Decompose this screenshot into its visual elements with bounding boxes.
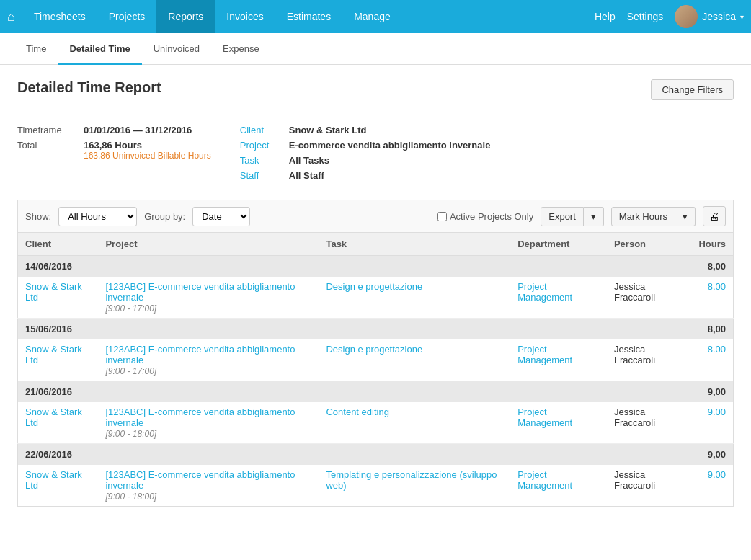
client-link[interactable]: Snow & Stark Ltd xyxy=(25,406,82,428)
page-title: Detailed Time Report xyxy=(17,79,161,96)
group-row: 15/06/2016 8,00 xyxy=(18,319,734,340)
tab-detailed-time[interactable]: Detailed Time xyxy=(58,33,141,65)
meta-right: Client Snow & Stark Ltd Project E-commer… xyxy=(240,125,491,185)
project-value: E-commerce vendita abbigliamento inverna… xyxy=(289,140,491,151)
hours-link[interactable]: 9.00 xyxy=(708,469,726,480)
time-note: [9:00 - 18:00] xyxy=(105,492,156,502)
cell-project: [123ABC] E-commerce vendita abbigliament… xyxy=(98,402,319,444)
client-label: Client xyxy=(240,125,283,135)
cell-person: Jessica Fraccaroli xyxy=(607,339,691,381)
nav-help[interactable]: Help xyxy=(595,11,616,22)
mark-hours-caret-icon: ▾ xyxy=(683,211,688,222)
group-by-select[interactable]: Date Project Task Person xyxy=(192,207,250,226)
cell-project: [123ABC] E-commerce vendita abbigliament… xyxy=(98,277,319,319)
group-total-hours: 8,00 xyxy=(691,319,733,340)
task-link[interactable]: Templating e personalizzazione (sviluppo… xyxy=(326,469,497,491)
timeframe-value: 01/01/2016 — 31/12/2016 xyxy=(84,125,192,135)
cell-department: Project Management xyxy=(510,402,607,444)
cell-client: Snow & Stark Ltd xyxy=(18,277,99,319)
col-project: Project xyxy=(98,233,319,256)
hours-link[interactable]: 8.00 xyxy=(708,281,726,292)
task-row: Task All Tasks xyxy=(240,155,491,166)
mark-hours-button[interactable]: Mark Hours xyxy=(611,207,675,226)
cell-hours: 8.00 xyxy=(691,339,733,381)
project-label: Project xyxy=(240,140,283,151)
client-link[interactable]: Snow & Stark Ltd xyxy=(25,281,82,303)
group-row: 14/06/2016 8,00 xyxy=(18,256,734,277)
nav-estimates[interactable]: Estimates xyxy=(275,0,342,33)
group-date: 21/06/2016 xyxy=(18,381,692,403)
cell-department: Project Management xyxy=(510,277,607,319)
task-link[interactable]: Design e progettazione xyxy=(326,281,422,292)
main-content: Detailed Time Report Change Filters Time… xyxy=(0,65,751,521)
hours-link[interactable]: 9.00 xyxy=(708,406,726,417)
active-projects-checkbox[interactable] xyxy=(437,212,447,221)
cell-client: Snow & Stark Ltd xyxy=(18,402,99,444)
toolbar: Show: All Hours Billable Non-Billable Gr… xyxy=(17,200,734,232)
cell-client: Snow & Stark Ltd xyxy=(18,339,99,381)
nav-projects[interactable]: Projects xyxy=(97,0,157,33)
project-link[interactable]: [123ABC] E-commerce vendita abbigliament… xyxy=(105,406,295,428)
staff-label: Staff xyxy=(240,170,283,181)
cell-project: [123ABC] E-commerce vendita abbigliament… xyxy=(98,339,319,381)
task-label: Task xyxy=(240,155,283,166)
home-icon[interactable]: ⌂ xyxy=(7,9,15,25)
hours-link[interactable]: 8.00 xyxy=(708,344,726,355)
show-select[interactable]: All Hours Billable Non-Billable xyxy=(58,207,137,226)
cell-project: [123ABC] E-commerce vendita abbigliament… xyxy=(98,465,319,507)
time-note: [9:00 - 18:00] xyxy=(105,429,156,439)
col-hours: Hours xyxy=(691,233,733,256)
export-caret-icon: ▾ xyxy=(591,211,596,222)
tab-expense[interactable]: Expense xyxy=(211,33,271,65)
active-projects-label: Active Projects Only xyxy=(450,211,533,222)
nav-reports[interactable]: Reports xyxy=(156,0,215,33)
cell-person: Jessica Fraccaroli xyxy=(607,277,691,319)
print-button[interactable]: 🖨 xyxy=(703,206,726,226)
time-table: Client Project Task Department Person Ho… xyxy=(17,232,734,507)
cell-department: Project Management xyxy=(510,465,607,507)
client-link[interactable]: Snow & Stark Ltd xyxy=(25,469,82,491)
print-icon: 🖨 xyxy=(709,210,719,222)
total-value-block: 163,86 Hours 163,86 Uninvoiced Billable … xyxy=(84,140,211,161)
cell-task: Design e progettazione xyxy=(319,339,510,381)
sub-nav: Time Detailed Time Uninvoiced Expense xyxy=(0,33,751,65)
group-date: 22/06/2016 xyxy=(18,444,692,466)
table-row: Snow & Stark Ltd [123ABC] E-commerce ven… xyxy=(18,402,734,444)
project-row: Project E-commerce vendita abbigliamento… xyxy=(240,140,491,151)
cell-task: Templating e personalizzazione (sviluppo… xyxy=(319,465,510,507)
export-btn-group: Export ▾ xyxy=(541,207,604,226)
task-link[interactable]: Content editing xyxy=(326,406,388,417)
group-row: 21/06/2016 9,00 xyxy=(18,381,734,403)
cell-client: Snow & Stark Ltd xyxy=(18,465,99,507)
group-by-label: Group by: xyxy=(144,211,185,222)
show-label: Show: xyxy=(25,211,51,222)
nav-invoices[interactable]: Invoices xyxy=(215,0,275,33)
cell-person: Jessica Fraccaroli xyxy=(607,465,691,507)
meta-left: Timeframe 01/01/2016 — 31/12/2016 Total … xyxy=(17,125,211,185)
client-link[interactable]: Snow & Stark Ltd xyxy=(25,344,82,365)
nav-manage[interactable]: Manage xyxy=(342,0,402,33)
table-row: Snow & Stark Ltd [123ABC] E-commerce ven… xyxy=(18,465,734,507)
total-value: 163,86 Hours xyxy=(84,140,211,151)
project-link[interactable]: [123ABC] E-commerce vendita abbigliament… xyxy=(105,281,295,303)
group-row: 22/06/2016 9,00 xyxy=(18,444,734,466)
mark-hours-caret-button[interactable]: ▾ xyxy=(675,207,696,226)
export-caret-button[interactable]: ▾ xyxy=(584,207,604,226)
nav-timesheets[interactable]: Timesheets xyxy=(22,0,97,33)
user-menu[interactable]: Jessica ▾ xyxy=(675,5,744,28)
username-label: Jessica xyxy=(702,11,736,22)
tab-time[interactable]: Time xyxy=(14,33,58,65)
staff-value: All Staff xyxy=(289,170,324,181)
project-link[interactable]: [123ABC] E-commerce vendita abbigliament… xyxy=(105,469,295,491)
staff-row: Staff All Staff xyxy=(240,170,491,181)
nav-settings[interactable]: Settings xyxy=(627,11,664,22)
time-note: [9:00 - 17:00] xyxy=(105,303,156,314)
task-link[interactable]: Design e progettazione xyxy=(326,344,422,355)
project-link[interactable]: [123ABC] E-commerce vendita abbigliament… xyxy=(105,344,295,365)
col-person: Person xyxy=(607,233,691,256)
cell-person: Jessica Fraccaroli xyxy=(607,402,691,444)
group-date: 15/06/2016 xyxy=(18,319,692,340)
export-button[interactable]: Export xyxy=(541,207,584,226)
change-filters-button[interactable]: Change Filters xyxy=(651,79,734,100)
tab-uninvoiced[interactable]: Uninvoiced xyxy=(142,33,211,65)
